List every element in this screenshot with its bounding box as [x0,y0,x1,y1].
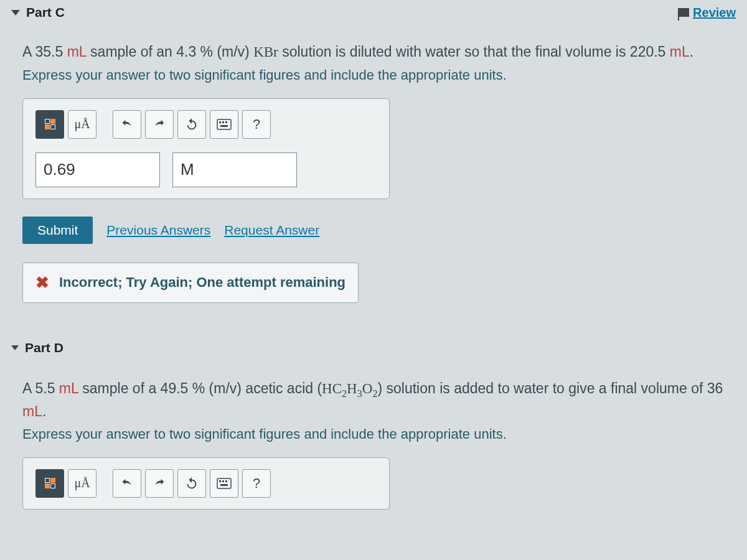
feedback-box: ✖ Incorrect; Try Again; One attempt rema… [22,263,359,303]
question-unit: mL [22,403,42,419]
help-label: ? [253,475,260,492]
symbols-label: μÅ [74,476,90,490]
part-c-header[interactable]: Part C [11,5,65,20]
question-text: sample of an 4.3 % (m/v) [87,44,253,60]
part-c-instruction: Express your answer to two significant f… [22,67,725,83]
request-answer-link[interactable]: Request Answer [224,223,319,238]
reset-button[interactable] [177,469,206,498]
keyboard-icon [217,119,232,130]
symbols-label: μÅ [74,117,90,131]
undo-icon [120,118,134,131]
svg-rect-4 [220,125,228,127]
question-text: . [42,403,46,419]
question-text: . [690,44,693,60]
review-link[interactable]: Review [678,6,736,20]
collapse-caret-icon [11,10,20,16]
svg-rect-1 [219,121,221,123]
part-d-title: Part D [25,340,63,355]
undo-icon [120,477,134,490]
question-text: ) solution is added to water to give a f… [377,380,723,396]
question-unit: mL [67,44,87,60]
part-c-title: Part C [26,5,65,20]
incorrect-icon: ✖ [35,273,49,292]
undo-button[interactable] [113,110,141,139]
symbols-button[interactable]: μÅ [68,469,96,498]
svg-rect-5 [217,478,231,488]
svg-rect-3 [225,121,227,123]
value-input[interactable] [35,152,160,187]
svg-rect-2 [222,121,224,123]
svg-rect-9 [220,484,228,486]
svg-rect-8 [225,480,227,482]
question-unit: mL [670,44,690,60]
unit-input[interactable] [172,152,297,187]
keyboard-button[interactable] [210,110,238,139]
answer-box-d: μÅ ? [22,457,390,510]
part-d-instruction: Express your answer to two significant f… [22,426,725,442]
undo-button[interactable] [113,469,141,498]
symbols-button[interactable]: μÅ [68,110,96,139]
question-chem: HC2H3O2 [322,381,377,396]
toolbar: μÅ ? [35,110,377,139]
redo-icon [153,118,166,131]
help-button[interactable]: ? [242,469,271,498]
redo-button[interactable] [145,110,174,139]
part-d-question: A 5.5 mL sample of a 49.5 % (m/v) acetic… [22,378,725,422]
collapse-caret-icon [11,345,19,350]
review-label: Review [693,6,736,20]
question-text: A 35.5 [22,44,67,60]
part-d-header[interactable]: Part D [0,309,747,359]
svg-rect-7 [222,480,224,482]
keyboard-button[interactable] [210,469,238,498]
svg-rect-6 [219,480,221,482]
svg-rect-0 [217,119,231,129]
answer-box: μÅ ? [22,98,390,199]
flag-icon [678,8,689,17]
help-label: ? [253,116,260,133]
question-chem: KBr [253,44,278,60]
previous-answers-link[interactable]: Previous Answers [106,223,210,238]
toolbar-d: μÅ ? [35,469,377,498]
redo-icon [153,477,166,490]
question-text: A 5.5 [22,380,59,396]
reset-icon [185,118,199,131]
question-unit: mL [59,380,78,396]
question-text: solution is diluted with water so that t… [278,44,670,60]
question-text: sample of a 49.5 % (m/v) acetic acid ( [78,380,322,396]
redo-button[interactable] [145,469,174,498]
submit-button[interactable]: Submit [22,217,93,244]
help-button[interactable]: ? [242,110,271,139]
keyboard-icon [217,478,232,489]
reset-button[interactable] [177,110,206,139]
templates-button[interactable] [35,469,64,498]
templates-button[interactable] [35,110,64,139]
feedback-text: Incorrect; Try Again; One attempt remain… [59,274,345,291]
part-c-question: A 35.5 mL sample of an 4.3 % (m/v) KBr s… [22,41,725,63]
reset-icon [185,477,199,490]
